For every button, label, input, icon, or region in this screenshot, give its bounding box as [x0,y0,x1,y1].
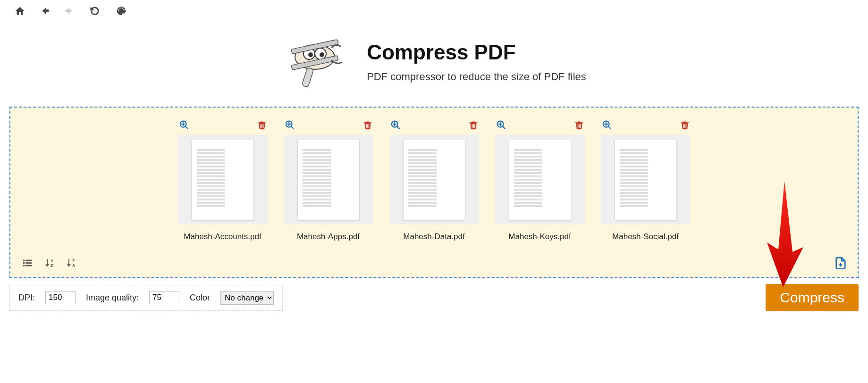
file-list: ——— Mahesh-Accounts.pdf ——— Mahesh-Apps.… [21,120,847,241]
file-thumbnail[interactable]: ——— [389,135,479,225]
sort-za-icon[interactable]: ZA [66,258,77,271]
svg-rect-28 [23,260,25,261]
trash-icon[interactable] [257,120,267,132]
svg-rect-29 [25,260,32,261]
svg-rect-25 [683,124,684,128]
trash-icon[interactable] [363,120,372,132]
options-row: DPI: Image quality: Color No change Comp… [9,284,859,311]
svg-rect-7 [302,67,314,87]
color-label: Color [190,293,210,303]
file-thumbnail[interactable]: ——— [284,135,373,225]
svg-rect-11 [262,124,263,128]
zoom-icon[interactable] [602,120,612,132]
svg-rect-23 [580,124,581,128]
file-name: Mahesh-Accounts.pdf [178,232,268,241]
compression-options: DPI: Image quality: Color No change [9,285,283,311]
zoom-icon[interactable] [285,120,295,132]
forward-icon [64,6,75,16]
file-card[interactable]: ——— Mahesh-Keys.pdf [495,120,585,241]
dpi-label: DPI: [18,293,35,303]
file-thumbnail[interactable]: ——— [178,135,268,225]
svg-rect-13 [366,124,367,128]
svg-text:Z: Z [72,258,75,263]
dropzone-toolbar: AZ ZA [21,257,847,272]
quality-label: Image quality: [86,293,139,303]
svg-point-4 [320,52,324,57]
svg-rect-17 [472,124,472,128]
page-subtitle: PDF compressor to reduce the size of PDF… [367,71,586,83]
back-icon[interactable] [40,6,50,16]
file-card[interactable]: ——— Mahesh-Data.pdf [389,120,479,241]
trash-icon[interactable] [574,120,584,132]
nav-toolbar [0,0,868,22]
undo-icon[interactable] [89,6,101,16]
page-title: Compress PDF [367,41,586,64]
page-header: Compress PDF PDF compressor to reduce th… [0,22,868,107]
file-card[interactable]: ——— Mahesh-Apps.pdf [284,120,373,241]
svg-rect-31 [25,262,32,264]
file-name: Mahesh-Keys.pdf [495,232,585,241]
file-card[interactable]: ——— Mahesh-Accounts.pdf [178,120,268,241]
mascot-image [282,31,348,92]
svg-text:A: A [51,258,54,263]
color-select[interactable]: No change [220,291,274,305]
svg-rect-10 [261,124,262,128]
file-thumbnail[interactable]: ——— [601,135,691,225]
zoom-icon[interactable] [179,120,189,132]
svg-rect-22 [579,124,580,128]
zoom-icon[interactable] [496,120,506,132]
svg-rect-14 [367,124,368,128]
svg-rect-15 [368,124,369,128]
dpi-input[interactable] [45,291,76,304]
svg-text:Z: Z [51,263,53,268]
svg-rect-26 [684,124,685,128]
svg-rect-33 [25,265,32,266]
svg-rect-19 [474,124,475,128]
svg-rect-9 [260,124,261,128]
file-card[interactable]: ——— Mahesh-Social.pdf [601,120,691,241]
zoom-icon[interactable] [390,120,401,132]
add-file-icon[interactable] [834,257,847,272]
sort-az-icon[interactable]: AZ [44,258,56,271]
home-icon[interactable] [14,6,25,16]
svg-rect-27 [685,124,686,128]
trash-icon[interactable] [469,120,478,132]
file-name: Mahesh-Social.pdf [601,232,691,241]
file-thumbnail[interactable]: ——— [495,135,585,225]
file-dropzone[interactable]: ——— Mahesh-Accounts.pdf ——— Mahesh-Apps.… [9,107,859,278]
file-name: Mahesh-Data.pdf [389,232,479,241]
file-name: Mahesh-Apps.pdf [284,232,373,241]
palette-icon[interactable] [115,6,127,16]
svg-point-3 [308,52,313,57]
svg-rect-18 [473,124,474,128]
svg-rect-30 [23,262,25,264]
quality-input[interactable] [149,291,179,304]
svg-rect-32 [23,265,25,266]
trash-icon[interactable] [680,120,690,132]
compress-button[interactable]: Compress [766,284,859,311]
list-view-icon[interactable] [21,258,34,270]
svg-text:A: A [72,263,76,268]
svg-rect-21 [577,124,578,128]
